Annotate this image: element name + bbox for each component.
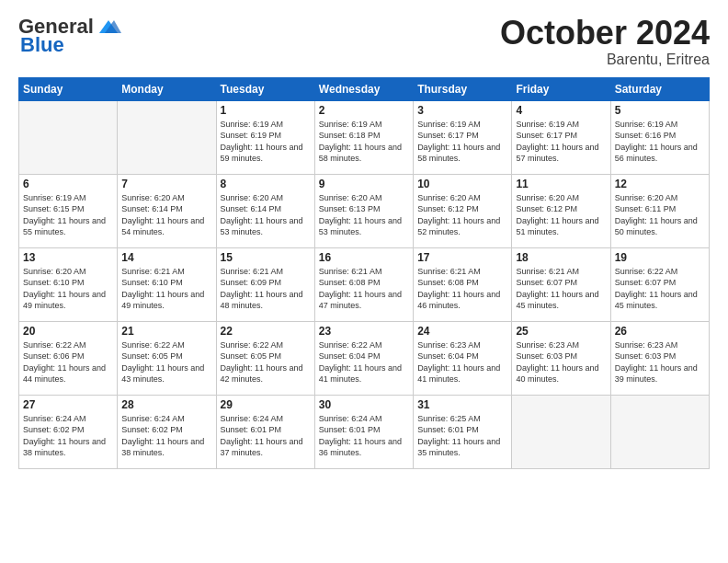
calendar-cell: 22Sunrise: 6:22 AMSunset: 6:05 PMDayligh…	[216, 321, 314, 395]
day-number: 23	[319, 325, 409, 338]
calendar-cell: 3Sunrise: 6:19 AMSunset: 6:17 PMDaylight…	[414, 100, 512, 174]
day-number: 5	[615, 104, 705, 117]
day-info: Sunrise: 6:20 AMSunset: 6:14 PMDaylight:…	[121, 192, 211, 238]
calendar-cell: 10Sunrise: 6:20 AMSunset: 6:12 PMDayligh…	[414, 174, 512, 247]
day-info: Sunrise: 6:20 AMSunset: 6:10 PMDaylight:…	[23, 266, 113, 312]
calendar-cell: 24Sunrise: 6:23 AMSunset: 6:04 PMDayligh…	[414, 321, 512, 395]
day-number: 12	[615, 178, 705, 190]
day-info: Sunrise: 6:22 AMSunset: 6:05 PMDaylight:…	[121, 339, 211, 385]
calendar-cell: 18Sunrise: 6:21 AMSunset: 6:07 PMDayligh…	[512, 247, 610, 321]
day-number: 18	[516, 251, 606, 264]
day-info: Sunrise: 6:22 AMSunset: 6:05 PMDaylight:…	[221, 339, 311, 385]
calendar-cell: 23Sunrise: 6:22 AMSunset: 6:04 PMDayligh…	[314, 321, 413, 395]
weekday-header-row: SundayMondayTuesdayWednesdayThursdayFrid…	[19, 77, 710, 100]
logo-icon	[96, 17, 121, 37]
day-number: 3	[417, 104, 507, 117]
logo-blue: Blue	[20, 33, 64, 57]
day-number: 26	[615, 325, 705, 338]
calendar-cell: 17Sunrise: 6:21 AMSunset: 6:08 PMDayligh…	[414, 247, 512, 321]
day-info: Sunrise: 6:25 AMSunset: 6:01 PMDaylight:…	[417, 413, 507, 459]
month-title: October 2024	[500, 15, 710, 52]
calendar-cell: 7Sunrise: 6:20 AMSunset: 6:14 PMDaylight…	[118, 174, 216, 247]
weekday-header-thursday: Thursday	[414, 77, 512, 100]
calendar-week-1: 1Sunrise: 6:19 AMSunset: 6:19 PMDaylight…	[19, 100, 710, 174]
day-info: Sunrise: 6:19 AMSunset: 6:19 PMDaylight:…	[221, 119, 311, 165]
day-info: Sunrise: 6:22 AMSunset: 6:04 PMDaylight:…	[319, 339, 409, 385]
day-info: Sunrise: 6:22 AMSunset: 6:07 PMDaylight:…	[615, 266, 705, 312]
day-number: 2	[319, 104, 409, 117]
day-info: Sunrise: 6:19 AMSunset: 6:18 PMDaylight:…	[319, 119, 409, 165]
day-info: Sunrise: 6:24 AMSunset: 6:01 PMDaylight:…	[221, 413, 311, 459]
day-number: 27	[23, 398, 113, 411]
weekday-header-tuesday: Tuesday	[216, 77, 314, 100]
header: General Blue October 2024 Barentu, Eritr…	[18, 15, 710, 68]
day-info: Sunrise: 6:21 AMSunset: 6:08 PMDaylight:…	[319, 266, 409, 312]
calendar-cell: 20Sunrise: 6:22 AMSunset: 6:06 PMDayligh…	[19, 321, 118, 395]
calendar-week-4: 20Sunrise: 6:22 AMSunset: 6:06 PMDayligh…	[19, 321, 710, 395]
day-number: 16	[319, 251, 409, 264]
calendar-table: SundayMondayTuesdayWednesdayThursdayFrid…	[18, 77, 710, 469]
day-number: 28	[121, 398, 211, 411]
day-number: 15	[221, 251, 311, 264]
day-info: Sunrise: 6:20 AMSunset: 6:11 PMDaylight:…	[615, 192, 705, 238]
day-info: Sunrise: 6:19 AMSunset: 6:16 PMDaylight:…	[615, 119, 705, 165]
day-info: Sunrise: 6:24 AMSunset: 6:01 PMDaylight:…	[319, 413, 409, 459]
calendar-cell	[512, 395, 610, 468]
title-area: October 2024 Barentu, Eritrea	[500, 15, 710, 68]
calendar-cell: 2Sunrise: 6:19 AMSunset: 6:18 PMDaylight…	[314, 100, 413, 174]
day-number: 20	[23, 325, 113, 338]
calendar-cell: 30Sunrise: 6:24 AMSunset: 6:01 PMDayligh…	[314, 395, 413, 468]
calendar-cell: 6Sunrise: 6:19 AMSunset: 6:15 PMDaylight…	[19, 174, 118, 247]
calendar-cell: 27Sunrise: 6:24 AMSunset: 6:02 PMDayligh…	[19, 395, 118, 468]
day-number: 17	[417, 251, 507, 264]
day-number: 10	[417, 178, 507, 190]
day-info: Sunrise: 6:23 AMSunset: 6:03 PMDaylight:…	[615, 339, 705, 385]
calendar-cell: 9Sunrise: 6:20 AMSunset: 6:13 PMDaylight…	[314, 174, 413, 247]
day-number: 7	[121, 178, 211, 190]
day-number: 13	[23, 251, 113, 264]
day-number: 14	[121, 251, 211, 264]
day-number: 19	[615, 251, 705, 264]
page: General Blue October 2024 Barentu, Eritr…	[0, 0, 728, 563]
calendar-cell: 5Sunrise: 6:19 AMSunset: 6:16 PMDaylight…	[610, 100, 709, 174]
day-number: 31	[417, 398, 507, 411]
calendar-week-5: 27Sunrise: 6:24 AMSunset: 6:02 PMDayligh…	[19, 395, 710, 468]
day-info: Sunrise: 6:21 AMSunset: 6:07 PMDaylight:…	[516, 266, 606, 312]
day-info: Sunrise: 6:20 AMSunset: 6:13 PMDaylight:…	[319, 192, 409, 238]
day-info: Sunrise: 6:23 AMSunset: 6:04 PMDaylight:…	[417, 339, 507, 385]
calendar-cell	[19, 100, 118, 174]
calendar-cell: 31Sunrise: 6:25 AMSunset: 6:01 PMDayligh…	[414, 395, 512, 468]
calendar-cell: 4Sunrise: 6:19 AMSunset: 6:17 PMDaylight…	[512, 100, 610, 174]
day-info: Sunrise: 6:19 AMSunset: 6:15 PMDaylight:…	[23, 192, 113, 238]
calendar-cell: 13Sunrise: 6:20 AMSunset: 6:10 PMDayligh…	[19, 247, 118, 321]
day-info: Sunrise: 6:20 AMSunset: 6:12 PMDaylight:…	[516, 192, 606, 238]
calendar-week-3: 13Sunrise: 6:20 AMSunset: 6:10 PMDayligh…	[19, 247, 710, 321]
day-info: Sunrise: 6:21 AMSunset: 6:08 PMDaylight:…	[417, 266, 507, 312]
logo: General Blue	[18, 15, 121, 57]
calendar-cell	[610, 395, 709, 468]
weekday-header-wednesday: Wednesday	[314, 77, 413, 100]
calendar-cell: 28Sunrise: 6:24 AMSunset: 6:02 PMDayligh…	[118, 395, 216, 468]
calendar-cell: 1Sunrise: 6:19 AMSunset: 6:19 PMDaylight…	[216, 100, 314, 174]
calendar-cell: 15Sunrise: 6:21 AMSunset: 6:09 PMDayligh…	[216, 247, 314, 321]
calendar-cell: 14Sunrise: 6:21 AMSunset: 6:10 PMDayligh…	[118, 247, 216, 321]
calendar-cell: 25Sunrise: 6:23 AMSunset: 6:03 PMDayligh…	[512, 321, 610, 395]
weekday-header-friday: Friday	[512, 77, 610, 100]
weekday-header-monday: Monday	[118, 77, 216, 100]
day-number: 11	[516, 178, 606, 190]
day-number: 24	[417, 325, 507, 338]
day-number: 30	[319, 398, 409, 411]
day-number: 9	[319, 178, 409, 190]
location: Barentu, Eritrea	[500, 52, 710, 68]
day-number: 8	[221, 178, 311, 190]
weekday-header-saturday: Saturday	[610, 77, 709, 100]
day-info: Sunrise: 6:20 AMSunset: 6:14 PMDaylight:…	[221, 192, 311, 238]
day-number: 25	[516, 325, 606, 338]
weekday-header-sunday: Sunday	[19, 77, 118, 100]
day-info: Sunrise: 6:21 AMSunset: 6:10 PMDaylight:…	[121, 266, 211, 312]
calendar-cell: 26Sunrise: 6:23 AMSunset: 6:03 PMDayligh…	[610, 321, 709, 395]
calendar-cell: 19Sunrise: 6:22 AMSunset: 6:07 PMDayligh…	[610, 247, 709, 321]
day-info: Sunrise: 6:20 AMSunset: 6:12 PMDaylight:…	[417, 192, 507, 238]
day-info: Sunrise: 6:19 AMSunset: 6:17 PMDaylight:…	[516, 119, 606, 165]
day-number: 21	[121, 325, 211, 338]
